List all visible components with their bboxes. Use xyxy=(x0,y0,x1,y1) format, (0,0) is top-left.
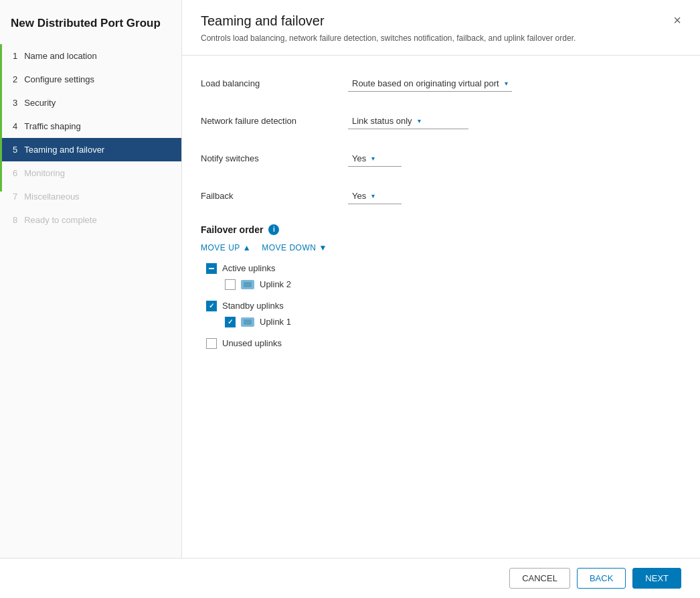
notify-switches-caret: ▾ xyxy=(371,155,375,162)
load-balancing-value: Route based on originating virtual port xyxy=(352,78,499,88)
move-down-label: MOVE DOWN xyxy=(262,243,316,252)
failback-dropdown[interactable]: Yes ▾ xyxy=(348,188,402,204)
sidebar-title: New Distributed Port Group xyxy=(0,11,181,44)
uplink-2-item: Uplink 2 xyxy=(206,277,681,293)
standby-uplinks-label: Standby uplinks xyxy=(222,301,284,311)
failover-order-title: Failover order i xyxy=(201,224,681,235)
active-uplinks-group: Active uplinks Uplink 2 xyxy=(206,260,681,293)
step-5-num: 5 xyxy=(13,145,17,155)
step-1-num: 1 xyxy=(13,51,17,61)
uplink-1-label: Uplink 1 xyxy=(260,317,291,327)
standby-uplinks-group: Standby uplinks Uplink 1 xyxy=(206,298,681,330)
load-balancing-row: Load balancing Route based on originatin… xyxy=(201,72,681,96)
network-failure-label: Network failure detection xyxy=(201,116,348,126)
close-button[interactable]: × xyxy=(673,13,681,27)
modal-body: New Distributed Port Group 1 Name and lo… xyxy=(0,0,700,558)
standby-uplinks-header: Standby uplinks xyxy=(206,298,681,314)
notify-switches-row: Notify switches Yes ▾ xyxy=(201,147,681,171)
step-4-label: Traffic shaping xyxy=(24,121,81,131)
move-up-icon: ▲ xyxy=(243,243,251,252)
network-failure-dropdown[interactable]: Link status only ▾ xyxy=(348,113,468,129)
step-6-num: 6 xyxy=(13,168,17,178)
sidebar-items: 1 Name and location 2 Configure settings… xyxy=(0,44,181,232)
unused-uplinks-item: Unused uplinks xyxy=(206,335,681,352)
step-6-label: Monitoring xyxy=(24,168,65,178)
page-title: Teaming and failover xyxy=(201,13,325,29)
load-balancing-caret: ▾ xyxy=(505,80,508,87)
uplink-2-checkbox[interactable] xyxy=(225,279,236,290)
notify-switches-value: Yes xyxy=(352,153,366,163)
move-down-button[interactable]: MOVE DOWN ▼ xyxy=(262,243,327,252)
failback-row: Failback Yes ▾ xyxy=(201,184,681,208)
content-header: Teaming and failover × Controls load bal… xyxy=(182,0,700,56)
network-failure-caret: ▾ xyxy=(418,117,421,125)
sidebar-item-ready: 8 Ready to complete xyxy=(0,208,181,232)
uplink-2-icon xyxy=(241,280,254,289)
step-2-label: Configure settings xyxy=(24,74,94,84)
standby-uplinks-checkbox[interactable] xyxy=(206,301,217,311)
modal-dialog: New Distributed Port Group 1 Name and lo… xyxy=(0,0,700,598)
back-button[interactable]: BACK xyxy=(577,568,626,589)
failback-caret: ▾ xyxy=(371,192,375,200)
content-description: Controls load balancing, network failure… xyxy=(201,33,616,44)
unused-uplinks-checkbox[interactable] xyxy=(206,338,217,349)
modal-footer: CANCEL BACK NEXT xyxy=(0,558,700,598)
load-balancing-dropdown[interactable]: Route based on originating virtual port … xyxy=(348,76,512,92)
failback-control: Yes ▾ xyxy=(348,188,402,204)
next-button[interactable]: NEXT xyxy=(632,568,681,589)
sidebar-item-misc: 7 Miscellaneous xyxy=(0,185,181,208)
failback-value: Yes xyxy=(352,191,366,201)
step-7-label: Miscellaneous xyxy=(24,192,79,202)
step-1-label: Name and location xyxy=(24,51,96,61)
sidebar-item-teaming[interactable]: 5 Teaming and failover xyxy=(0,138,181,161)
notify-switches-dropdown[interactable]: Yes ▾ xyxy=(348,151,402,167)
content-main: Load balancing Route based on originatin… xyxy=(182,56,700,558)
failover-order-section: Failover order i MOVE UP ▲ MOVE DOWN ▼ xyxy=(201,224,681,352)
network-failure-row: Network failure detection Link status on… xyxy=(201,109,681,133)
failover-title-text: Failover order xyxy=(201,224,263,235)
sidebar-item-name-location[interactable]: 1 Name and location xyxy=(0,44,181,68)
step-5-label: Teaming and failover xyxy=(24,145,104,155)
content-title-row: Teaming and failover × xyxy=(201,13,681,29)
load-balancing-label: Load balancing xyxy=(201,78,348,88)
uplink-2-label: Uplink 2 xyxy=(260,279,291,289)
network-failure-value: Link status only xyxy=(352,116,412,126)
uplink-1-checkbox[interactable] xyxy=(225,317,236,327)
step-7-num: 7 xyxy=(13,192,17,202)
active-uplinks-header: Active uplinks xyxy=(206,260,681,277)
move-up-label: MOVE UP xyxy=(201,243,240,252)
uplink-1-icon xyxy=(241,317,254,327)
progress-bar xyxy=(0,44,2,192)
uplink-1-item: Uplink 1 xyxy=(206,314,681,330)
active-uplinks-label: Active uplinks xyxy=(222,263,275,273)
sidebar-item-security[interactable]: 3 Security xyxy=(0,91,181,115)
step-8-label: Ready to complete xyxy=(24,215,96,225)
step-3-num: 3 xyxy=(13,98,17,108)
failback-label: Failback xyxy=(201,191,348,201)
move-up-button[interactable]: MOVE UP ▲ xyxy=(201,243,251,252)
network-failure-control: Link status only ▾ xyxy=(348,113,468,129)
move-down-icon: ▼ xyxy=(319,243,327,252)
sidebar-item-traffic[interactable]: 4 Traffic shaping xyxy=(0,115,181,138)
unused-uplinks-label: Unused uplinks xyxy=(222,338,282,348)
move-controls: MOVE UP ▲ MOVE DOWN ▼ xyxy=(201,243,681,252)
step-3-label: Security xyxy=(24,98,56,108)
notify-switches-control: Yes ▾ xyxy=(348,151,402,167)
load-balancing-control: Route based on originating virtual port … xyxy=(348,76,512,92)
sidebar-item-configure[interactable]: 2 Configure settings xyxy=(0,68,181,91)
main-content: Teaming and failover × Controls load bal… xyxy=(182,0,700,558)
notify-switches-label: Notify switches xyxy=(201,153,348,163)
active-uplinks-toggle[interactable] xyxy=(206,263,217,274)
sidebar-item-monitoring: 6 Monitoring xyxy=(0,161,181,185)
step-8-num: 8 xyxy=(13,215,17,225)
step-4-num: 4 xyxy=(13,121,17,131)
info-icon[interactable]: i xyxy=(268,224,279,235)
step-2-num: 2 xyxy=(13,74,17,84)
cancel-button[interactable]: CANCEL xyxy=(509,568,570,589)
sidebar: New Distributed Port Group 1 Name and lo… xyxy=(0,0,182,558)
failover-tree: Active uplinks Uplink 2 xyxy=(201,260,681,352)
